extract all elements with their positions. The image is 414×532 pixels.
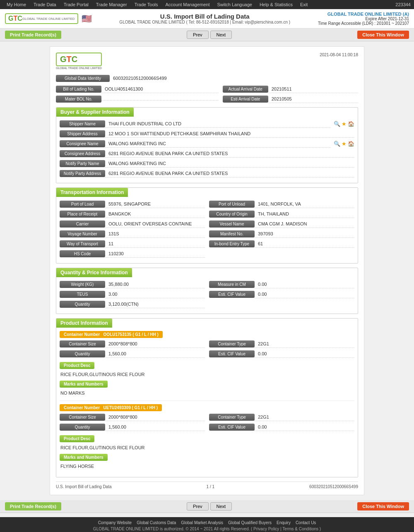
- next-button-bottom[interactable]: Next: [210, 502, 232, 510]
- expire-date: Expire After 2021-12-31: [318, 17, 409, 21]
- container-1-qty-label: Quantity: [60, 350, 105, 357]
- manifest-no-group: Manifest No. 397093: [209, 230, 354, 238]
- doc-logo-text: GTC: [60, 55, 77, 64]
- hs-code-value: 110230: [105, 250, 205, 258]
- footer-link-company[interactable]: Company Website: [98, 520, 132, 525]
- nav-trade-portal[interactable]: Trade Portal: [60, 1, 92, 8]
- hs-code-label: HS Code: [60, 250, 105, 257]
- footer-link-enquiry[interactable]: Enquiry: [277, 520, 291, 525]
- esti-cif-label: Esti. CIF Value: [209, 291, 255, 298]
- container-1-size-group: Container Size 2000*808*800: [60, 340, 205, 348]
- notify-party-name-value: WALONG MARKETING INC: [105, 160, 354, 168]
- nav-exit[interactable]: Exit: [297, 1, 311, 8]
- doc-logo-t: T: [67, 55, 72, 64]
- prev-button-bottom[interactable]: Prev: [187, 502, 209, 510]
- us-flag-icon: 🇺🇸: [82, 14, 92, 24]
- way-of-transport-group: Way of Transport 11: [60, 240, 205, 248]
- consignee-house-icon[interactable]: 🏠: [348, 141, 354, 147]
- transport-body: Port of Load 55976, SINGAPORE Port of Un…: [56, 197, 358, 263]
- actual-arrival-value: 20210511: [268, 85, 358, 93]
- logo-g: G: [8, 15, 13, 22]
- close-button-top[interactable]: Close This Window: [357, 31, 409, 39]
- logo-text: GTC: [8, 15, 22, 22]
- bol-label: Bill of Lading No.: [56, 86, 101, 93]
- container-2-qty-group: Quantity 1,560.00: [60, 423, 205, 431]
- doc-logo-c: C: [72, 55, 77, 64]
- transport-entry-row: Way of Transport 11 In-bond Entry Type 6…: [60, 240, 354, 248]
- container-1-marks-value: NO MARKS: [60, 391, 354, 395]
- transport-section: Transportation Information Port of Load …: [56, 187, 358, 264]
- voyage-manifest-row: Voyage Number 131S Manifest No. 397093: [60, 230, 354, 238]
- nav-trade-manager[interactable]: Trade Manager: [93, 1, 130, 8]
- container-2-marks-badge: Marks and Numbers: [60, 454, 108, 461]
- header-right: GLOBAL TRADE ONLINE LIMITED (A) Expire A…: [318, 12, 409, 26]
- vessel-name-label: Vessel Name: [209, 220, 255, 228]
- container-2-esti-cif-group: Esti. CIF Value 0.00: [209, 423, 354, 431]
- toolbar-top: Print Trade Record(s) Prev Next Close Th…: [0, 29, 414, 41]
- quantity-value: 3,120.00(CTN): [105, 300, 205, 308]
- footer-link-market[interactable]: Global Market Analysis: [181, 520, 223, 525]
- nav-help-statistics[interactable]: Help & Statistics: [256, 1, 296, 8]
- footer-link-contact[interactable]: Contact Us: [296, 520, 316, 525]
- container-2-size-group: Container Size 2000*808*800: [60, 413, 205, 421]
- country-of-origin-group: Country of Origin TH, THAILAND: [209, 210, 354, 218]
- close-button-bottom[interactable]: Close This Window: [357, 502, 409, 510]
- next-button-top[interactable]: Next: [210, 31, 232, 39]
- container-2-product-desc-badge: Product Desc: [60, 435, 94, 442]
- nav-trade-tools[interactable]: Trade Tools: [131, 1, 161, 8]
- place-of-receipt-label: Place of Receipt: [60, 211, 105, 218]
- nav-trade-data[interactable]: Trade Data: [30, 1, 60, 8]
- page-title: U.S. Import Bill of Lading Data: [119, 13, 290, 20]
- shipper-star-icon[interactable]: ★: [342, 121, 347, 127]
- container-1-product-desc-value: RICE FLOUR,GLUTINOUS RICE FLOUR: [60, 372, 354, 377]
- vessel-name-value: CMA CGM J. MADISON: [255, 220, 354, 228]
- container-1-type-group: Container Type 22G1: [209, 340, 354, 348]
- doc-logo-sub: GLOBAL TRADE ONLINE LIMITED: [56, 67, 102, 69]
- measure-cm-label: Measure in CM: [209, 281, 255, 288]
- carrier-group: Carrier OOLU, ORIENT OVERSEAS CONTAINE: [60, 220, 205, 228]
- nav-switch-language[interactable]: Switch Language: [214, 1, 255, 8]
- print-button-bottom[interactable]: Print Trade Record(s): [5, 502, 61, 510]
- container-2-marks-label-row: Marks and Numbers: [60, 452, 354, 463]
- print-button-top[interactable]: Print Trade Record(s): [5, 31, 61, 39]
- notify-party-address-row: Notify Party Address 6281 REGIO AVENUE B…: [60, 170, 354, 177]
- measure-cm-value: 0.00: [255, 280, 354, 288]
- weight-kg-label: Weight (KG): [60, 281, 105, 288]
- consignee-star-icon[interactable]: ★: [342, 141, 347, 147]
- way-of-transport-label: Way of Transport: [60, 240, 105, 247]
- global-data-identity-label: Global Data Identity: [56, 75, 110, 82]
- footer-link-customs[interactable]: Global Customs Data: [137, 520, 176, 525]
- product-body: Container Number OOLU1753135 ( G1 / L / …: [56, 328, 358, 477]
- container-1-size-value: 2000*808*800: [105, 340, 205, 348]
- nav-my-home[interactable]: My Home: [3, 1, 29, 8]
- doc-header: GTC GLOBAL TRADE ONLINE LIMITED 2021-08-…: [56, 53, 358, 69]
- container-1-size-type-row: Container Size 2000*808*800 Container Ty…: [60, 340, 354, 348]
- time-range: Time Range Accessible (LDR) : 201001 ~ 2…: [318, 21, 409, 26]
- logo-area: GTC GLOBAL TRADE ONLINE LIMITED 🇺🇸: [5, 13, 92, 24]
- container-2-qty-value: 1,560.00: [105, 423, 205, 431]
- buyer-supplier-body: Shipper Name THAI FLOUR INDUSTRIAL CO LT…: [56, 117, 358, 183]
- country-of-origin-value: TH, THAILAND: [255, 210, 354, 218]
- shipper-search-icon[interactable]: 🔍: [334, 121, 340, 127]
- mater-bol-label: Mater BOL No.: [56, 96, 101, 103]
- container-2-size-value: 2000*808*800: [105, 413, 205, 421]
- footer-link-buyers[interactable]: Global Qualified Buyers: [228, 520, 272, 525]
- doc-logo: GTC GLOBAL TRADE ONLINE LIMITED: [56, 53, 102, 69]
- shipper-icons: 🔍 ★ 🏠: [334, 121, 354, 127]
- vessel-name-group: Vessel Name CMA CGM J. MADISON: [209, 220, 354, 228]
- quantity-group: Quantity 3,120.00(CTN): [60, 300, 205, 308]
- country-of-origin-label: Country of Origin: [209, 211, 255, 218]
- container-1-type-value: 22G1: [255, 340, 354, 348]
- consignee-search-icon[interactable]: 🔍: [334, 141, 340, 147]
- quantity-price-header: Quantity & Price Information: [56, 268, 132, 277]
- doc-footer-left: U.S. Import Bill of Lading Data: [56, 484, 112, 489]
- actual-arrival-label: Actual Arrival Date: [223, 86, 268, 93]
- weight-kg-group: Weight (KG) 35,880.00: [60, 280, 205, 288]
- bol-value: OOLU4051461300: [101, 85, 219, 93]
- nav-account-management[interactable]: Account Management: [162, 1, 213, 8]
- prev-button-top[interactable]: Prev: [187, 31, 209, 39]
- teus-group: TEUS 3.00: [60, 290, 205, 298]
- shipper-house-icon[interactable]: 🏠: [348, 121, 354, 127]
- logo-c: C: [17, 15, 22, 22]
- container-1-number-label-text: Container Number: [64, 332, 100, 337]
